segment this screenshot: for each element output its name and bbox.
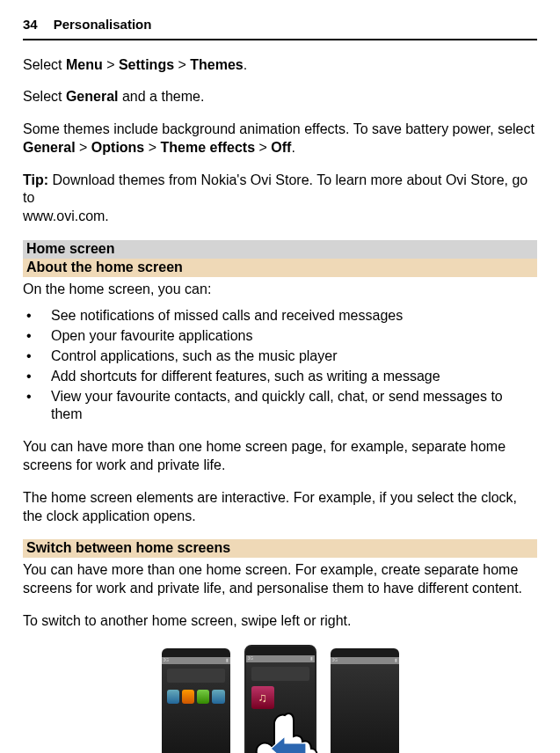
phone-left: 3G▮ (162, 648, 230, 753)
ovi-url: www.ovi.com. (23, 208, 109, 223)
heading-home-screen: Home screen (23, 240, 537, 259)
paragraph-battery: Some themes include background animation… (23, 121, 537, 157)
music-icon: ♫ (251, 686, 274, 709)
tip-ovi: Tip: Download themes from Nokia's Ovi St… (23, 172, 537, 226)
list-item: •See notifications of missed calls and r… (26, 307, 537, 325)
list-item: •Control applications, such as the music… (26, 347, 537, 366)
list-item: •View your favourite contacts, and quick… (26, 388, 537, 425)
home-screen-capabilities-list: •See notifications of missed calls and r… (23, 307, 537, 424)
page-header: 34 Personalisation (23, 16, 537, 40)
section-title: Personalisation (54, 16, 152, 33)
menu-path-menu: Menu (66, 57, 103, 72)
paragraph-interactive: The home screen elements are interactive… (23, 489, 537, 526)
list-item: •Open your favourite applications (26, 327, 537, 346)
swipe-arrow-icon (271, 736, 306, 753)
tip-label: Tip: (23, 172, 48, 187)
bullet-icon: • (26, 347, 33, 366)
paragraph-switch-desc: You can have more than one home screen. … (23, 561, 537, 598)
menu-path-settings: Settings (119, 57, 174, 72)
page-number: 34 (23, 16, 38, 33)
paragraph-swipe: To switch to another home screen, swipe … (23, 612, 537, 631)
bullet-icon: • (26, 327, 33, 346)
paragraph-multiple-screens: You can have more than one home screen p… (23, 438, 537, 475)
heading-switch-screens: Switch between home screens (23, 539, 537, 558)
paragraph-on-home-screen: On the home screen, you can: (23, 281, 537, 299)
bullet-icon: • (26, 307, 33, 325)
menu-path-general: General (66, 89, 119, 104)
instruction-select-general: Select General and a theme. (23, 88, 537, 106)
instruction-select-menu: Select Menu > Settings > Themes. (23, 56, 537, 75)
menu-path-themes: Themes (190, 57, 243, 72)
swipe-illustration: 3G▮ 3G▮ ♫ 3G▮ (158, 645, 403, 753)
bullet-icon: • (26, 368, 33, 386)
list-item: •Add shortcuts for different features, s… (26, 368, 537, 386)
bullet-icon: • (26, 388, 33, 425)
heading-about-home-screen: About the home screen (23, 259, 537, 277)
phone-right: 3G▮ (331, 648, 399, 753)
